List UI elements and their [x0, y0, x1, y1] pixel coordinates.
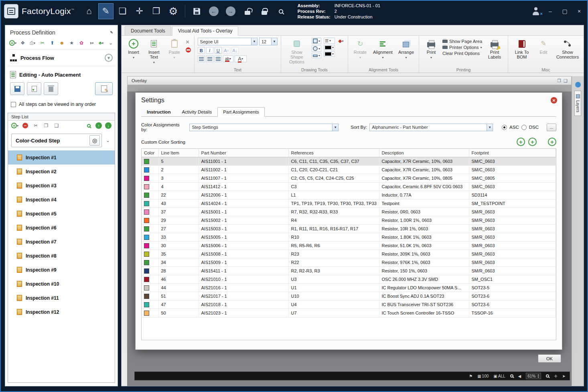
favorite-icon[interactable]: ★	[68, 40, 75, 46]
column-header[interactable]: Footprint	[469, 149, 556, 157]
step-list-item[interactable]: Inspection #11	[8, 291, 115, 305]
where-used-search-icon[interactable]	[274, 3, 289, 19]
step-list-item[interactable]: Inspection #7	[8, 235, 115, 249]
show-page-area-button[interactable]: Show Page Area	[442, 39, 482, 44]
add-row-icon[interactable]: +	[548, 138, 556, 146]
documents-icon[interactable]: ❐	[149, 3, 164, 19]
remove-step-icon[interactable]: −	[22, 122, 29, 129]
dialog-close-icon[interactable]: ✕	[551, 97, 557, 104]
superscript-button[interactable]: A↑	[223, 47, 230, 54]
align-left-button[interactable]	[198, 55, 205, 62]
grid-100-icon[interactable]: ▦ 100	[477, 374, 489, 378]
paint-bucket-icon[interactable]: ◆▾	[337, 38, 345, 44]
fill-color-select[interactable]: ▾	[324, 51, 335, 57]
user-icon[interactable]: ☻	[59, 40, 65, 46]
asc-radio[interactable]	[502, 125, 507, 130]
line-style-select[interactable]: ☰▾	[324, 38, 335, 44]
alignment-button[interactable]: Alignment▾	[371, 38, 394, 61]
parts-table-row[interactable]: 46AIS21010 - 1U3OSC 26.000 MHZ 3.3V SMDS…	[142, 275, 556, 284]
tab-document-tools[interactable]: Document Tools	[125, 26, 171, 35]
user-logout-icon[interactable]: ×	[532, 7, 540, 15]
minimize-button[interactable]: –	[546, 8, 554, 14]
tab-visual-aid-tools[interactable]: Visual Aid Tools - Overlay	[172, 26, 239, 36]
align-center-button[interactable]	[206, 55, 213, 62]
move-down-icon[interactable]: ↓	[105, 122, 112, 129]
paint-icon[interactable]: ✿	[78, 40, 85, 46]
shape-select-1[interactable]: ▾	[312, 38, 321, 44]
parts-table-row[interactable]: 2AIS11002 - 1C1, C20, C20-C21, C21Capaci…	[142, 166, 556, 174]
parts-table-row[interactable]: 28AIS15411 - 1R2, R2-R3, R3Resistor, 150…	[142, 267, 556, 275]
show-all-icon[interactable]: ▣ ALL	[493, 374, 505, 378]
color-swatch[interactable]	[144, 235, 149, 240]
arrange-button[interactable]: Arrange▾	[397, 38, 416, 61]
print-labels-button[interactable]: Print Labels	[485, 38, 505, 60]
redo-icon[interactable]: →	[223, 3, 238, 19]
step-list-item[interactable]: Inspection #9	[8, 263, 115, 277]
color-swatch[interactable]	[144, 201, 149, 206]
layers-tab[interactable]: Layers	[574, 91, 581, 116]
step-list-item[interactable]: Inspection #2	[8, 165, 115, 179]
save-step-button[interactable]	[10, 82, 24, 95]
close-button[interactable]: ×	[575, 8, 583, 14]
color-swatch[interactable]	[144, 252, 149, 257]
overlay-canvas[interactable]: Settings ✕ Instruction Activity Details …	[127, 85, 572, 386]
rotate-button[interactable]: ↻ Rotate▾	[351, 38, 369, 61]
fit-page-icon[interactable]: ❐	[556, 78, 562, 84]
shape-select-2[interactable]: ▾	[312, 45, 321, 52]
tab-instruction[interactable]: Instruction	[141, 107, 176, 117]
zoom-level[interactable]: 61% ▲▼	[526, 373, 541, 379]
edit-placement-button[interactable]	[95, 82, 113, 95]
add-color-group-icon[interactable]: +	[528, 138, 537, 146]
delete-button[interactable]	[44, 82, 58, 95]
align-right-button[interactable]	[215, 55, 222, 62]
parts-table-row[interactable]: 27AIS15003 - 1R1, R11, R11, R16, R16-R17…	[142, 225, 556, 233]
edit-button[interactable]: ✎ Edit	[535, 38, 552, 55]
delete-x-icon[interactable]: ✕	[186, 39, 191, 45]
dsc-radio[interactable]	[521, 125, 527, 130]
link-icon[interactable]: ❖	[19, 40, 26, 46]
step-list-item[interactable]: Inspection #6	[8, 221, 115, 235]
print-icon[interactable]: ⎙▾	[29, 40, 36, 46]
paste-step-icon[interactable]: ❑	[53, 122, 60, 129]
color-swatch[interactable]	[144, 167, 149, 173]
cut-step-icon[interactable]: ✂	[32, 122, 39, 129]
tab-part-assignments[interactable]: Part Assignments	[217, 107, 264, 117]
parts-table-row[interactable]: 22AIS12006 - 1L1Inductor, 0.77ASD3114	[142, 191, 556, 199]
parts-table-row[interactable]: 47AIS21018 - 1U4IC BUS Transceiver TRI-S…	[142, 301, 556, 309]
color-swatch[interactable]	[144, 218, 149, 223]
copy-step-icon[interactable]: ❐	[43, 122, 50, 129]
process-edit-icon[interactable]: ✎	[98, 3, 114, 19]
parts-table-row[interactable]: 33AIS15005 - 1R10Resistor, 1.80K 1%, 060…	[142, 233, 556, 242]
link-to-bom-button[interactable]: Link To BOM	[511, 38, 532, 60]
home-icon[interactable]: ⌂	[81, 3, 97, 19]
font-color-button[interactable]: A▾	[235, 55, 247, 62]
parts-table-row[interactable]: 43AIS14024 - 1TP1, TP19, TP19, TP30, TP3…	[142, 199, 556, 208]
chevron-down-icon[interactable]: ⌄	[107, 40, 114, 46]
step-group-box[interactable]: Color-Coded Step ◎	[11, 134, 102, 147]
maximize-button[interactable]: ▢	[561, 8, 569, 14]
font-family-select[interactable]: Segoe UI▼	[198, 38, 258, 45]
ok-button[interactable]: OK	[538, 354, 561, 363]
cut-icon[interactable]: ✂	[39, 40, 46, 46]
navigator-icon[interactable]: ✛	[132, 3, 147, 19]
color-swatch[interactable]	[144, 176, 149, 181]
add-color-rule-icon[interactable]: +	[517, 138, 525, 146]
line-color-select[interactable]: ▾	[324, 45, 335, 50]
order-checkbox[interactable]	[11, 102, 16, 107]
subscript-button[interactable]: A↓	[231, 47, 239, 54]
sort-by-select[interactable]: Alphanumeric - Part Number▼	[369, 124, 493, 131]
pin-marker-icon[interactable]: ⚑	[469, 374, 472, 378]
column-header[interactable]: References	[288, 149, 379, 157]
paste-button[interactable]: Paste▾	[166, 38, 183, 61]
collapse-chevron-icon[interactable]: ▼	[105, 54, 113, 62]
step-list-item[interactable]: Inspection #4	[8, 193, 115, 207]
save-icon[interactable]	[189, 3, 205, 19]
print-button[interactable]: Print▾	[422, 38, 440, 61]
show-connectors-button[interactable]: Show Connectors	[555, 38, 580, 60]
pointer-icon[interactable]: ➤	[562, 374, 566, 378]
column-header[interactable]: Part Number	[199, 149, 288, 157]
settings-gear-icon[interactable]: ⚙	[166, 3, 181, 19]
remove-icon[interactable]	[186, 47, 191, 53]
highlight-color-button[interactable]: ab▾	[223, 55, 233, 62]
zoom-stepper-icon[interactable]: ▲▼	[537, 374, 539, 378]
